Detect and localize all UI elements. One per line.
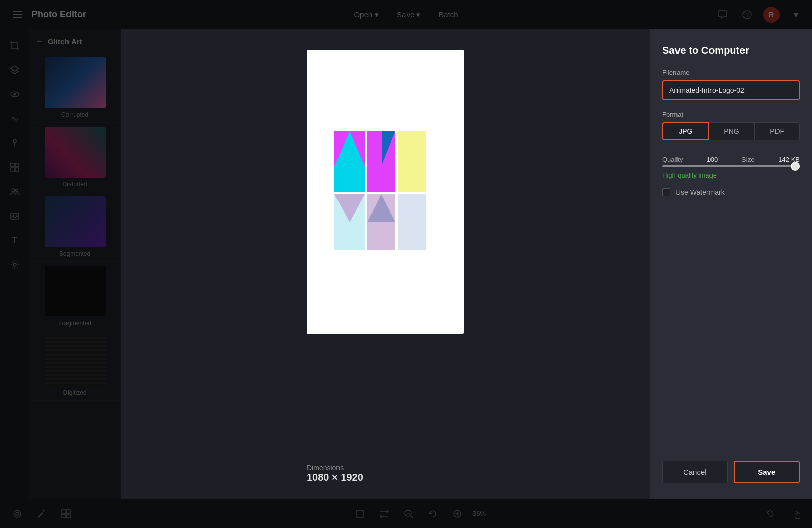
format-pdf-button[interactable]: PDF: [754, 122, 800, 140]
dimensions-value: 1080 × 1920: [307, 472, 464, 483]
watermark-row: Use Watermark: [662, 188, 800, 196]
quality-slider-row: [662, 165, 800, 167]
logo-preview-image: [324, 121, 446, 263]
svg-rect-49: [367, 131, 382, 166]
svg-rect-55: [398, 194, 426, 250]
filename-input[interactable]: [662, 80, 800, 100]
preview-dimensions: Dimensions 1080 × 1920: [307, 464, 464, 483]
watermark-checkbox[interactable]: [662, 188, 670, 196]
svg-rect-50: [398, 131, 426, 192]
quality-slider[interactable]: [662, 165, 800, 167]
format-label: Format: [662, 111, 800, 118]
format-png-button[interactable]: PNG: [709, 122, 755, 140]
cancel-button[interactable]: Cancel: [662, 461, 728, 483]
dimensions-label: Dimensions: [307, 464, 464, 472]
image-preview-panel: Dimensions 1080 × 1920: [121, 29, 650, 499]
format-jpg-button[interactable]: JPG: [662, 122, 709, 140]
image-preview-wrapper: [307, 50, 464, 334]
dialog-container: Dimensions 1080 × 1920 Save to Computer …: [121, 29, 812, 499]
dialog-title: Save to Computer: [662, 45, 800, 56]
format-section: Format JPG PNG PDF: [662, 111, 800, 148]
save-file-button[interactable]: Save: [734, 461, 800, 483]
dialog-buttons: Cancel Save: [662, 450, 800, 483]
quality-description: High quality image: [662, 171, 800, 179]
format-buttons: JPG PNG PDF: [662, 122, 800, 140]
watermark-label: Use Watermark: [675, 188, 725, 196]
save-dialog: Save to Computer Filename Format JPG PNG…: [650, 29, 812, 499]
filename-label: Filename: [662, 68, 800, 76]
